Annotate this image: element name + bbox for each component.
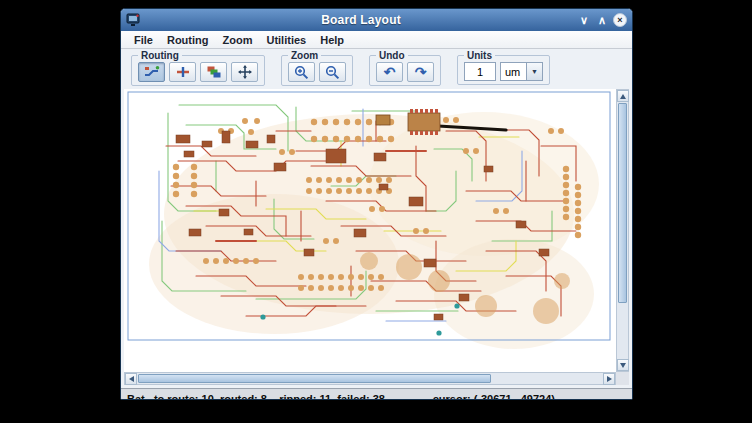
vertical-scrollbar-thumb[interactable] xyxy=(618,103,627,303)
statusbar: Bat...to route: 10, routed: 8, ripped: 1… xyxy=(121,388,632,400)
vertical-scrollbar[interactable] xyxy=(616,89,629,372)
move-icon xyxy=(238,65,252,79)
zoom-out-button[interactable] xyxy=(319,62,346,82)
interactive-route-icon xyxy=(175,65,191,79)
app-icon xyxy=(126,13,141,27)
scroll-up-button[interactable] xyxy=(617,90,629,102)
scroll-left-button[interactable] xyxy=(125,373,137,385)
undo-group: Undo ↶ ↷ xyxy=(369,50,441,86)
close-button[interactable]: × xyxy=(613,13,627,27)
zoom-group-title: Zoom xyxy=(288,50,321,61)
scroll-down-button[interactable] xyxy=(617,359,629,371)
routing-group: Routing xyxy=(131,50,265,86)
titlebar[interactable]: Board Layout ∨ ∧ × xyxy=(121,9,632,31)
zoom-in-button[interactable] xyxy=(288,62,315,82)
menubar: File Routing Zoom Utilities Help xyxy=(121,31,632,49)
window-title: Board Layout xyxy=(145,13,577,27)
autoroute-icon xyxy=(144,65,160,79)
horizontal-scrollbar-track[interactable] xyxy=(492,373,603,384)
minimize-button[interactable]: ∨ xyxy=(577,13,591,27)
menu-file[interactable]: File xyxy=(127,33,160,47)
pcb-artwork xyxy=(124,89,616,372)
arrow-left-icon xyxy=(126,376,134,382)
window-controls: ∨ ∧ × xyxy=(577,13,627,27)
units-combobox-value: um xyxy=(500,62,527,81)
units-combobox[interactable]: um ▼ xyxy=(500,62,543,81)
arrow-down-icon xyxy=(620,363,626,371)
move-button[interactable] xyxy=(231,62,258,82)
cursor-position-text: cursor: (-30671 , 49724) xyxy=(433,393,555,401)
zoom-group: Zoom xyxy=(281,50,353,86)
interactive-route-button[interactable] xyxy=(169,62,196,82)
units-group: Units um ▼ xyxy=(457,50,550,85)
redo-button[interactable]: ↷ xyxy=(407,62,434,82)
routing-group-title: Routing xyxy=(138,50,182,61)
board-layout-window: Board Layout ∨ ∧ × File Routing Zoom Uti… xyxy=(120,8,633,400)
arrow-right-icon xyxy=(607,376,615,382)
scrollbar-corner xyxy=(616,372,629,385)
vertical-scrollbar-track[interactable] xyxy=(617,304,628,359)
route-status-text: Bat...to route: 10, routed: 8, ripped: 1… xyxy=(127,393,385,401)
horizontal-scrollbar[interactable] xyxy=(124,372,616,385)
layers-icon xyxy=(206,65,222,79)
desktop-background: Board Layout ∨ ∧ × File Routing Zoom Uti… xyxy=(0,0,752,423)
scroll-right-button[interactable] xyxy=(603,373,615,385)
undo-button[interactable]: ↶ xyxy=(376,62,403,82)
horizontal-scrollbar-thumb[interactable] xyxy=(138,374,491,383)
menu-utilities[interactable]: Utilities xyxy=(259,33,313,47)
layers-button[interactable] xyxy=(200,62,227,82)
autoroute-button[interactable] xyxy=(138,62,165,82)
undo-icon: ↶ xyxy=(384,65,396,79)
menu-zoom[interactable]: Zoom xyxy=(216,33,260,47)
menu-routing[interactable]: Routing xyxy=(160,33,216,47)
units-group-title: Units xyxy=(464,50,495,61)
pcb-canvas[interactable] xyxy=(124,89,616,372)
zoom-out-icon xyxy=(325,65,340,80)
redo-icon: ↷ xyxy=(415,65,427,79)
menu-help[interactable]: Help xyxy=(313,33,351,47)
arrow-up-icon xyxy=(620,91,626,99)
maximize-button[interactable]: ∧ xyxy=(595,13,609,27)
toolbar: Routing xyxy=(121,49,632,89)
undo-group-title: Undo xyxy=(376,50,408,61)
units-value-input[interactable] xyxy=(464,62,496,81)
zoom-in-icon xyxy=(294,65,309,80)
canvas-zone xyxy=(121,89,632,388)
chevron-down-icon[interactable]: ▼ xyxy=(527,62,543,81)
